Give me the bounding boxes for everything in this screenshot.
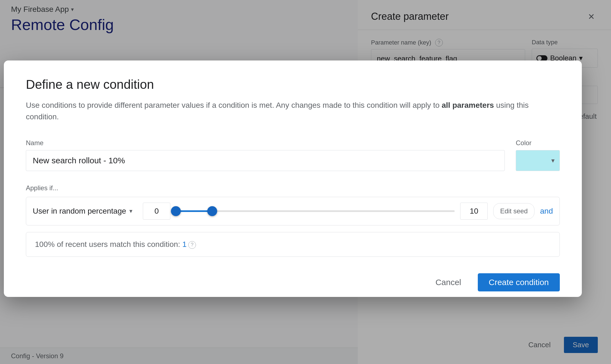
slider-fill bbox=[176, 210, 212, 212]
range-min-input[interactable] bbox=[143, 203, 170, 220]
slider-thumb-left[interactable] bbox=[171, 206, 181, 216]
slider-track bbox=[176, 210, 455, 212]
match-help-icon[interactable]: ? bbox=[188, 241, 196, 249]
modal-description: Use conditions to provide different para… bbox=[26, 100, 560, 123]
condition-color-field: Color ▾ bbox=[516, 139, 560, 171]
modal-desc-bold: all parameters bbox=[442, 101, 494, 109]
slider-container[interactable] bbox=[176, 210, 455, 212]
condition-name-label: Name bbox=[26, 139, 505, 147]
modal-cancel-button[interactable]: Cancel bbox=[428, 273, 469, 291]
condition-name-input[interactable] bbox=[26, 150, 505, 171]
condition-name-field: Name bbox=[26, 139, 505, 171]
and-link[interactable]: and bbox=[540, 207, 553, 216]
condition-color-label: Color bbox=[516, 139, 560, 147]
slider-thumb-right[interactable] bbox=[207, 206, 217, 216]
condition-row: User in random percentage ▾ Edit seed an… bbox=[26, 197, 560, 225]
range-max-input[interactable] bbox=[460, 203, 488, 220]
condition-dropdown-caret: ▾ bbox=[129, 208, 132, 215]
modal-desc-text1: Use conditions to provide different para… bbox=[26, 101, 442, 109]
color-dropdown[interactable]: ▾ bbox=[516, 150, 560, 171]
match-info-box: 100% of recent users match this conditio… bbox=[26, 232, 560, 257]
match-text-prefix: 100% of recent users match this conditio… bbox=[35, 240, 182, 249]
modal-footer: Cancel Create condition bbox=[26, 273, 560, 291]
condition-type-label: User in random percentage bbox=[33, 207, 126, 216]
match-count: 1 bbox=[182, 240, 187, 249]
condition-type-dropdown[interactable]: User in random percentage ▾ bbox=[33, 207, 137, 216]
applies-if-label: Applies if... bbox=[26, 184, 560, 192]
modal-title: Define a new condition bbox=[26, 77, 560, 92]
color-caret-icon: ▾ bbox=[551, 157, 555, 164]
edit-seed-button[interactable]: Edit seed bbox=[493, 203, 534, 219]
create-condition-button[interactable]: Create condition bbox=[478, 273, 560, 291]
define-condition-modal: Define a new condition Use conditions to… bbox=[4, 60, 582, 297]
name-color-row: Name Color ▾ bbox=[26, 139, 560, 171]
